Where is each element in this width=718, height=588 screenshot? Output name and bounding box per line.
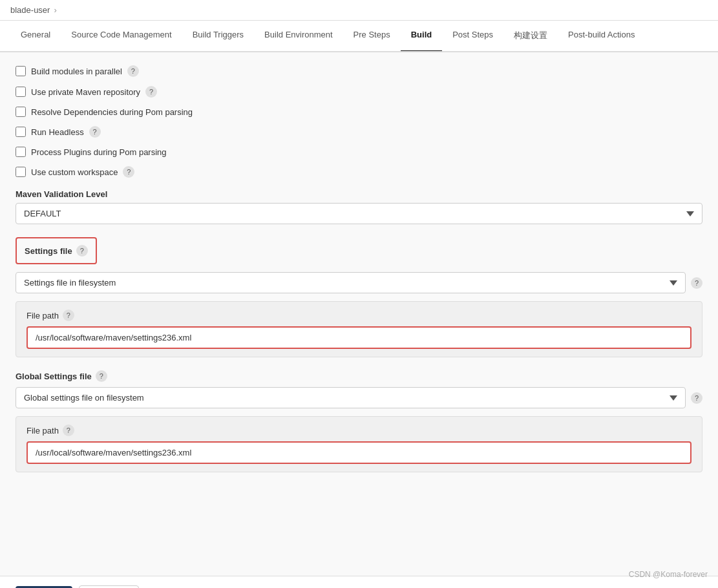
help-global-settings-file-path[interactable]: ? — [63, 425, 74, 436]
watermark: CSDN @Koma-forever — [629, 570, 708, 579]
tab-jian-she-she-zhi[interactable]: 构建设置 — [503, 21, 558, 52]
breadcrumb-chevron: › — [54, 5, 56, 15]
checkbox-row-custom-workspace: Use custom workspace ? — [16, 166, 702, 178]
tab-general[interactable]: General — [10, 21, 61, 52]
help-build-modules[interactable]: ? — [127, 65, 139, 77]
global-settings-section: Global Settings file ? Global settings f… — [16, 370, 702, 472]
checkbox-label-resolve-dependencies: Resolve Dependencies during Pom parsing — [31, 107, 193, 117]
help-global-settings-dropdown[interactable]: ? — [691, 392, 702, 404]
global-settings-dropdown-row: Global settings file on filesystem Provi… — [16, 387, 702, 408]
checkbox-label-custom-workspace: Use custom workspace — [31, 167, 118, 177]
help-global-settings-file[interactable]: ? — [96, 370, 107, 382]
settings-file-label: Settings file — [25, 246, 72, 256]
tab-pre-steps[interactable]: Pre Steps — [343, 21, 401, 52]
help-settings-file-path[interactable]: ? — [63, 310, 74, 321]
tab-build[interactable]: Build — [401, 21, 443, 52]
checkbox-label-process-plugins: Process Plugins during Pom parsing — [31, 147, 167, 157]
tab-post-build-actions[interactable]: Post-build Actions — [558, 21, 645, 52]
checkbox-use-custom-workspace[interactable] — [16, 167, 26, 177]
tabs-bar: General Source Code Management Build Tri… — [0, 21, 718, 52]
settings-file-path-section: File path ? — [16, 301, 702, 357]
tab-post-steps[interactable]: Post Steps — [442, 21, 503, 52]
main-content: Build modules in parallel ? Use private … — [0, 52, 718, 576]
checkbox-label-run-headless: Run Headless — [31, 127, 84, 137]
global-settings-select-wrap: Global settings file on filesystem Provi… — [16, 387, 686, 408]
checkbox-row-process-plugins: Process Plugins during Pom parsing — [16, 147, 702, 157]
breadcrumb-user[interactable]: blade-user — [10, 5, 50, 15]
checkbox-row-private-maven: Use private Maven repository ? — [16, 86, 702, 98]
tab-build-triggers[interactable]: Build Triggers — [182, 21, 254, 52]
maven-validation-label: Maven Validation Level — [16, 189, 702, 199]
help-settings-dropdown[interactable]: ? — [691, 277, 702, 289]
global-settings-file-label: Global Settings file — [16, 372, 92, 381]
checkbox-use-private-maven[interactable] — [16, 87, 26, 97]
tab-source-code-management[interactable]: Source Code Management — [61, 21, 182, 52]
breadcrumb: blade-user › — [0, 0, 718, 21]
checkbox-resolve-dependencies[interactable] — [16, 107, 26, 117]
settings-file-select[interactable]: Settings file in filesystem Provided set… — [16, 272, 686, 293]
settings-file-path-input[interactable] — [26, 326, 692, 349]
global-settings-select[interactable]: Global settings file on filesystem Provi… — [16, 387, 686, 408]
settings-file-path-label: File path — [26, 311, 59, 320]
tab-build-environment[interactable]: Build Environment — [254, 21, 343, 52]
apply-button[interactable]: Apply — [79, 585, 139, 588]
checkbox-row-resolve-dependencies: Resolve Dependencies during Pom parsing — [16, 107, 702, 117]
maven-validation-select[interactable]: DEFAULT LEVEL_0 LEVEL_1 LEVEL_2 LEVEL_3 … — [16, 203, 702, 224]
help-custom-workspace[interactable]: ? — [123, 166, 134, 178]
checkbox-row-run-headless: Run Headless ? — [16, 126, 702, 138]
global-settings-file-path-input[interactable] — [26, 441, 692, 464]
global-settings-file-path-label: File path — [26, 426, 59, 436]
help-run-headless[interactable]: ? — [89, 126, 101, 138]
settings-file-header-box: Settings file ? — [16, 237, 97, 264]
checkbox-run-headless[interactable] — [16, 127, 26, 137]
help-settings-file[interactable]: ? — [76, 245, 88, 257]
settings-file-select-wrap: Settings file in filesystem Provided set… — [16, 272, 686, 293]
checkbox-label-build-modules: Build modules in parallel — [31, 67, 122, 76]
help-private-maven[interactable]: ? — [145, 86, 157, 98]
settings-file-dropdown-row: Settings file in filesystem Provided set… — [16, 272, 702, 293]
checkbox-row-build-modules: Build modules in parallel ? — [16, 65, 702, 77]
checkbox-label-private-maven: Use private Maven repository — [31, 87, 140, 97]
checkbox-process-plugins[interactable] — [16, 147, 26, 157]
checkbox-build-modules-parallel[interactable] — [16, 66, 26, 76]
bottom-bar: Save Apply — [0, 576, 718, 588]
global-settings-file-path-section: File path ? — [16, 416, 702, 472]
global-settings-label-row: Global Settings file ? — [16, 370, 702, 382]
